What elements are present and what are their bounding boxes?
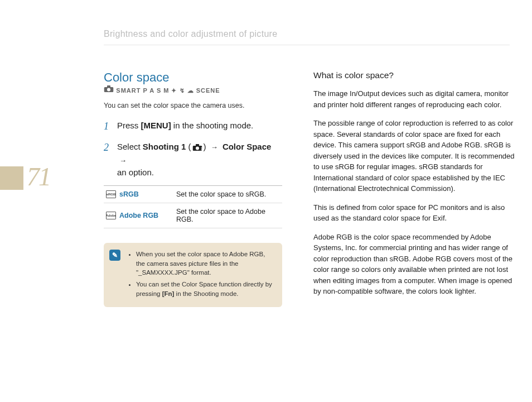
paragraph: Adobe RGB is the color space recommended… [313, 232, 517, 297]
paragraph: This is defined from color space for PC … [313, 202, 517, 224]
section-title: Color space [104, 70, 169, 85]
camera-icon [104, 87, 116, 94]
step-body: Press [MENU] in the shooting mode. [117, 119, 282, 133]
adobe-rgb-icon: Adobe [106, 212, 116, 219]
table-row: sRGB sRGB Set the color space to sRGB. [104, 186, 282, 203]
arrow-icon: → [119, 156, 127, 166]
svg-rect-4 [196, 144, 199, 146]
svg-point-5 [196, 146, 199, 150]
note-box: ✎ When you set the color space to Adobe … [104, 243, 282, 307]
list-item: When you set the color space to Adobe RG… [136, 250, 274, 277]
step-text: Select [117, 142, 143, 151]
step-number: 1 [104, 119, 112, 133]
options-table: sRGB sRGB Set the color space to sRGB. A… [104, 185, 282, 228]
note-icon: ✎ [109, 250, 120, 261]
svg-text:1: 1 [201, 147, 202, 151]
option-name-cell: sRGB sRGB [104, 186, 173, 203]
right-column: What is color space? The image In/Output… [313, 70, 517, 297]
page-number-tab [0, 166, 23, 190]
svg-rect-1 [107, 85, 110, 88]
page-header: Brightness and color adjustment of pictu… [104, 29, 499, 46]
step-text: Press [117, 121, 141, 130]
steps: 1 Press [MENU] in the shooting mode. 2 S… [104, 119, 282, 179]
right-heading: What is color space? [313, 70, 517, 80]
option-name: Adobe RGB [119, 212, 158, 219]
mode-strip: SMART P A S M ✦ ↯ ☁ SCENE [104, 85, 220, 94]
option-desc: Set the color space to sRGB. [173, 186, 282, 203]
step-text: ( [186, 142, 191, 151]
svg-point-2 [107, 88, 110, 92]
step-text: an option. [117, 168, 154, 177]
paragraph: The image In/Output devices such as digi… [313, 88, 517, 110]
option-desc: Set the color space to Adobe RGB. [173, 203, 282, 228]
intro-text: You can set the color space the camera u… [104, 101, 282, 111]
note-text: When you set the color space to Adobe RG… [136, 251, 265, 276]
step-text: ) [204, 142, 209, 151]
header-rule [104, 45, 510, 45]
list-item: You can set the Color Space function dir… [136, 280, 274, 298]
page-number: 71 [27, 162, 50, 192]
note-list: When you set the color space to Adobe RG… [127, 250, 274, 298]
title-row: Color space SMART P A S M ✦ ↯ ☁ SCENE [104, 70, 282, 97]
arrow-icon: → [211, 142, 218, 153]
step-bold: Shooting 1 [143, 142, 186, 151]
option-name-cell: Adobe Adobe RGB [104, 203, 173, 228]
left-column: Color space SMART P A S M ✦ ↯ ☁ SCENE Yo… [104, 70, 282, 307]
step-2: 2 Select Shooting 1 (1) → Color Space → … [104, 140, 282, 179]
step-1: 1 Press [MENU] in the shooting mode. [104, 119, 282, 133]
table-row: Adobe Adobe RGB Set the color space to A… [104, 203, 282, 228]
paragraph: The possible range of color reproduction… [313, 118, 517, 194]
step-bold: Color Space [223, 142, 272, 151]
option-name: sRGB [119, 190, 139, 198]
step-bold: [MENU] [141, 121, 171, 130]
srgb-icon: sRGB [106, 190, 116, 198]
mode-strip-text: SMART P A S M ✦ ↯ ☁ SCENE [116, 87, 220, 94]
note-text: in the Shooting mode. [174, 290, 238, 297]
step-number: 2 [104, 140, 112, 179]
step-body: Select Shooting 1 (1) → Color Space → an… [117, 140, 282, 179]
note-bold: [Fn] [162, 290, 175, 297]
camera-1-icon: 1 [192, 142, 202, 155]
step-text: in the shooting mode. [171, 121, 254, 130]
